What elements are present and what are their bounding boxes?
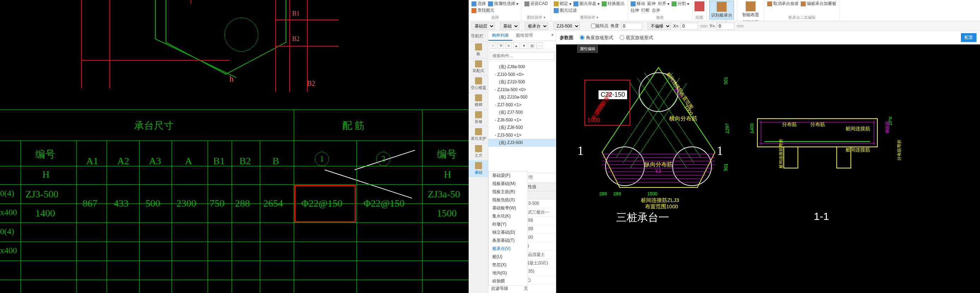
angle-input[interactable] [621, 22, 642, 30]
dim-line [275, 19, 339, 20]
row-1400: 1400 [35, 207, 55, 219]
filter-icon[interactable]: ▤ [529, 42, 535, 49]
lock-button[interactable]: 锁定 ▾ [554, 1, 571, 7]
nav-item-装修[interactable]: 装修 [469, 110, 488, 126]
extend-button[interactable]: 延伸 [647, 1, 656, 7]
sublist-item[interactable]: 基础梁(F) [489, 172, 528, 180]
slope-width-radio[interactable]: 底宽放坡形式 [620, 35, 653, 41]
sublist-item[interactable]: 筏板负筋(X) [489, 196, 528, 204]
up-icon[interactable]: ▲ [513, 42, 519, 49]
type-select[interactable]: 桩承台 [525, 22, 548, 30]
layer-select[interactable]: 基础层 [471, 22, 495, 30]
align-button[interactable]: 对齐 ▾ [658, 1, 670, 7]
nav-item-空心楼盖[interactable]: 空心楼盖 [469, 76, 488, 92]
tree-item[interactable]: (底) ZJ8-500 [488, 124, 556, 132]
smart-layout-button[interactable]: 智能布置 [740, 1, 761, 19]
property-row[interactable]: 抗渗等级无 [488, 285, 556, 293]
sublist-item[interactable]: 桩(U) [489, 253, 528, 261]
diagram-canvas[interactable]: 属性编辑 [556, 45, 980, 293]
stretch-button[interactable]: 拉伸 [631, 7, 639, 13]
category-select[interactable]: 基础 [500, 22, 519, 30]
sec-lbl2: 桩间连接筋弯折 [778, 139, 784, 169]
tree-item[interactable]: - ZJ10a-500 <0> [488, 86, 556, 93]
rotate-checkbox[interactable]: 旋转点 [591, 23, 608, 29]
recognize-cap-button[interactable]: 识别桩承台 [710, 1, 734, 19]
save-element-button[interactable]: 图元存盘 ▾ [573, 1, 600, 7]
down-icon[interactable]: ▼ [521, 42, 527, 49]
col-b2: B2 [239, 155, 251, 167]
table-header-size: 承台尺寸 [134, 119, 173, 132]
nav-item-基础[interactable]: 基础 [469, 160, 488, 177]
convert-element-button[interactable]: 转换图元 [602, 1, 625, 7]
tree-item[interactable]: (底) ZJ3-500 [488, 139, 556, 147]
more-icon[interactable]: ⋯ [536, 42, 543, 49]
col-1: 1 [320, 154, 324, 164]
draw-button[interactable] [695, 1, 703, 12]
merge-button[interactable]: 合并 [652, 7, 660, 13]
close-panel-icon[interactable]: × [549, 31, 556, 41]
nav-item-土方[interactable]: 土方 [469, 143, 488, 160]
cad-highlight-box [294, 185, 356, 222]
restore-cad-button[interactable]: 还原CAD [524, 1, 548, 7]
row-left-2: x400 [0, 207, 17, 217]
cad-drawing-view[interactable]: h B1 B2 B2 承台尺寸 配 筋 编号 H A1 A2 A3 A B1 B… [0, 0, 469, 293]
tab-component-list[interactable]: 构件列表 [488, 31, 512, 41]
tree-item[interactable]: - ZJ10-500 <0> [488, 71, 556, 78]
search-input[interactable] [490, 52, 554, 60]
dim-289a: 289 [599, 191, 607, 196]
select-by-attr-button[interactable]: 按属性选择 ▾ [488, 1, 519, 7]
new-icon[interactable]: □ [490, 42, 496, 49]
group-label: 绘图 [695, 14, 703, 20]
move-button[interactable]: 移动 [631, 1, 645, 7]
label: 查找图元 [477, 7, 495, 13]
sublist-item[interactable]: 基础板带(W) [489, 204, 528, 212]
tree-item[interactable]: (底) ZJ7-500 [488, 108, 556, 116]
sublist-item[interactable]: 筏板主筋(R) [489, 188, 528, 196]
slope-angle-radio[interactable]: 角度放坡形式 [580, 35, 613, 41]
tree-item[interactable]: - ZJ8-500 <1> [488, 116, 556, 124]
ribbon-group-drawing: 还原CAD 图纸操作 ▾ [522, 0, 551, 21]
option-bar: 基础层 · 基础 · 桩承台 · ZJ3-500 旋转点 角度 · 不偏移 X=… [469, 21, 980, 31]
nav-item-装配式[interactable]: 装配式 [469, 59, 488, 76]
grid-line [0, 140, 469, 141]
offset-select[interactable]: 不偏移 [648, 22, 671, 30]
tree-item[interactable]: - ZJ7-500 <1> [488, 101, 556, 108]
nav-item-楼梯[interactable]: 楼梯 [469, 92, 488, 110]
tab-drawing-mgmt[interactable]: 图纸管理 [512, 31, 536, 41]
sublist-item[interactable]: 条形基础(T) [489, 237, 528, 245]
bot-range: 布置范围1000 [645, 203, 678, 210]
properties-tag[interactable]: 属性编辑 [578, 45, 598, 53]
nav-item-板[interactable]: 板 [469, 41, 488, 59]
cancel-slope-button[interactable]: 取消承台放坡 [767, 1, 799, 7]
x-input[interactable] [680, 22, 698, 30]
break-button[interactable]: 打断 [641, 7, 650, 13]
config-button[interactable]: 配置 [961, 33, 977, 42]
find-element-button[interactable]: 查找图元 [471, 7, 495, 13]
tree-item[interactable]: - ZJ3-500 <1> [488, 132, 556, 139]
tree-item[interactable]: (底) ZJ10-500 [488, 78, 556, 86]
member-select[interactable]: ZJ3-500 [554, 22, 580, 30]
sublist-item[interactable]: 集水坑(K) [489, 212, 528, 220]
label: 移动 [636, 1, 645, 7]
delete-icon[interactable]: ✕ [505, 42, 512, 49]
angle-label: 角度 [611, 23, 619, 29]
grid-line [0, 166, 469, 166]
nav-item-基坑支护[interactable]: 基坑支护 [469, 126, 488, 143]
sublist-item[interactable]: 砖胎膜 [489, 277, 528, 285]
tree-item[interactable]: (底) ZJ10a-500 [488, 93, 556, 101]
select-button[interactable]: 选择 [471, 1, 486, 7]
y-input[interactable] [717, 22, 734, 30]
copy-icon[interactable]: ⧉ [498, 42, 504, 49]
sublist-item[interactable]: 地沟(G) [489, 269, 528, 277]
split-button[interactable]: 分割 ▾ [671, 1, 689, 7]
edit-haunch-button[interactable]: 编桩承台加腋桩 [801, 1, 836, 7]
component-tree[interactable]: (底) ZJ9a-500- ZJ10-500 <0>(底) ZJ10-500- … [488, 61, 556, 173]
tree-item[interactable]: (底) ZJ9a-500 [488, 63, 556, 71]
sublist-item[interactable]: 筏板基础(M) [489, 180, 528, 188]
sec-fbj1: 分布筋 [782, 121, 797, 128]
filter-element-button[interactable]: 图元过滤 [554, 7, 577, 13]
sublist-item[interactable]: 垫层(X) [489, 261, 528, 269]
sublist-item[interactable]: 独立基础(D) [489, 228, 528, 237]
sublist-item[interactable]: 柱墩(Y) [489, 220, 528, 228]
sublist-item[interactable]: 桩承台(V) [489, 245, 528, 253]
